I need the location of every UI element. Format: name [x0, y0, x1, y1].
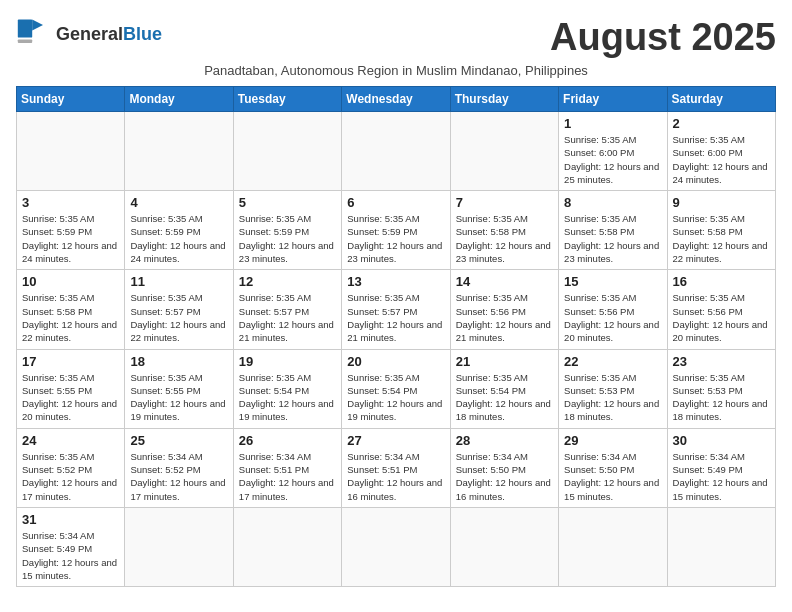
calendar-week-5: 24Sunrise: 5:35 AM Sunset: 5:52 PM Dayli…	[17, 428, 776, 507]
weekday-header-thursday: Thursday	[450, 87, 558, 112]
day-info: Sunrise: 5:35 AM Sunset: 5:59 PM Dayligh…	[239, 212, 336, 265]
month-title: August 2025	[550, 16, 776, 59]
calendar-cell: 15Sunrise: 5:35 AM Sunset: 5:56 PM Dayli…	[559, 270, 667, 349]
weekday-header-friday: Friday	[559, 87, 667, 112]
day-info: Sunrise: 5:35 AM Sunset: 5:56 PM Dayligh…	[564, 291, 661, 344]
day-info: Sunrise: 5:35 AM Sunset: 5:58 PM Dayligh…	[22, 291, 119, 344]
calendar-week-2: 3Sunrise: 5:35 AM Sunset: 5:59 PM Daylig…	[17, 191, 776, 270]
weekday-header-tuesday: Tuesday	[233, 87, 341, 112]
calendar-cell: 21Sunrise: 5:35 AM Sunset: 5:54 PM Dayli…	[450, 349, 558, 428]
day-number: 17	[22, 354, 119, 369]
calendar-cell: 18Sunrise: 5:35 AM Sunset: 5:55 PM Dayli…	[125, 349, 233, 428]
day-info: Sunrise: 5:34 AM Sunset: 5:51 PM Dayligh…	[347, 450, 444, 503]
day-number: 27	[347, 433, 444, 448]
calendar-cell: 7Sunrise: 5:35 AM Sunset: 5:58 PM Daylig…	[450, 191, 558, 270]
calendar-cell: 23Sunrise: 5:35 AM Sunset: 5:53 PM Dayli…	[667, 349, 775, 428]
calendar-cell	[667, 507, 775, 586]
day-number: 22	[564, 354, 661, 369]
day-number: 31	[22, 512, 119, 527]
day-number: 16	[673, 274, 770, 289]
calendar-cell: 1Sunrise: 5:35 AM Sunset: 6:00 PM Daylig…	[559, 112, 667, 191]
day-number: 29	[564, 433, 661, 448]
day-info: Sunrise: 5:35 AM Sunset: 5:55 PM Dayligh…	[130, 371, 227, 424]
calendar-cell: 14Sunrise: 5:35 AM Sunset: 5:56 PM Dayli…	[450, 270, 558, 349]
calendar-cell: 27Sunrise: 5:34 AM Sunset: 5:51 PM Dayli…	[342, 428, 450, 507]
calendar-cell: 17Sunrise: 5:35 AM Sunset: 5:55 PM Dayli…	[17, 349, 125, 428]
calendar-cell: 26Sunrise: 5:34 AM Sunset: 5:51 PM Dayli…	[233, 428, 341, 507]
logo-text: GeneralBlue	[56, 25, 162, 43]
day-info: Sunrise: 5:34 AM Sunset: 5:49 PM Dayligh…	[673, 450, 770, 503]
day-number: 30	[673, 433, 770, 448]
day-number: 5	[239, 195, 336, 210]
day-info: Sunrise: 5:35 AM Sunset: 5:57 PM Dayligh…	[130, 291, 227, 344]
day-number: 14	[456, 274, 553, 289]
calendar-week-4: 17Sunrise: 5:35 AM Sunset: 5:55 PM Dayli…	[17, 349, 776, 428]
calendar-cell	[125, 507, 233, 586]
calendar-cell: 12Sunrise: 5:35 AM Sunset: 5:57 PM Dayli…	[233, 270, 341, 349]
day-info: Sunrise: 5:35 AM Sunset: 5:58 PM Dayligh…	[673, 212, 770, 265]
calendar-cell: 29Sunrise: 5:34 AM Sunset: 5:50 PM Dayli…	[559, 428, 667, 507]
svg-marker-1	[32, 20, 43, 31]
calendar-cell	[17, 112, 125, 191]
day-number: 8	[564, 195, 661, 210]
day-info: Sunrise: 5:35 AM Sunset: 6:00 PM Dayligh…	[564, 133, 661, 186]
weekday-header-monday: Monday	[125, 87, 233, 112]
calendar-cell	[233, 112, 341, 191]
day-info: Sunrise: 5:35 AM Sunset: 5:54 PM Dayligh…	[239, 371, 336, 424]
calendar-cell: 20Sunrise: 5:35 AM Sunset: 5:54 PM Dayli…	[342, 349, 450, 428]
calendar-cell: 22Sunrise: 5:35 AM Sunset: 5:53 PM Dayli…	[559, 349, 667, 428]
calendar-week-3: 10Sunrise: 5:35 AM Sunset: 5:58 PM Dayli…	[17, 270, 776, 349]
day-info: Sunrise: 5:35 AM Sunset: 5:58 PM Dayligh…	[456, 212, 553, 265]
calendar-cell	[125, 112, 233, 191]
day-info: Sunrise: 5:34 AM Sunset: 5:52 PM Dayligh…	[130, 450, 227, 503]
calendar-cell	[342, 507, 450, 586]
day-number: 23	[673, 354, 770, 369]
day-number: 25	[130, 433, 227, 448]
day-info: Sunrise: 5:35 AM Sunset: 5:59 PM Dayligh…	[22, 212, 119, 265]
calendar-cell: 8Sunrise: 5:35 AM Sunset: 5:58 PM Daylig…	[559, 191, 667, 270]
generalblue-logo-icon	[16, 16, 52, 52]
day-number: 10	[22, 274, 119, 289]
calendar-cell: 5Sunrise: 5:35 AM Sunset: 5:59 PM Daylig…	[233, 191, 341, 270]
calendar-header: SundayMondayTuesdayWednesdayThursdayFrid…	[17, 87, 776, 112]
day-number: 28	[456, 433, 553, 448]
calendar-cell: 4Sunrise: 5:35 AM Sunset: 5:59 PM Daylig…	[125, 191, 233, 270]
day-number: 9	[673, 195, 770, 210]
day-info: Sunrise: 5:35 AM Sunset: 5:52 PM Dayligh…	[22, 450, 119, 503]
calendar-cell: 28Sunrise: 5:34 AM Sunset: 5:50 PM Dayli…	[450, 428, 558, 507]
calendar-cell: 10Sunrise: 5:35 AM Sunset: 5:58 PM Dayli…	[17, 270, 125, 349]
day-info: Sunrise: 5:35 AM Sunset: 5:57 PM Dayligh…	[239, 291, 336, 344]
day-number: 4	[130, 195, 227, 210]
day-info: Sunrise: 5:35 AM Sunset: 5:59 PM Dayligh…	[347, 212, 444, 265]
day-info: Sunrise: 5:35 AM Sunset: 5:59 PM Dayligh…	[130, 212, 227, 265]
day-number: 11	[130, 274, 227, 289]
calendar-cell	[559, 507, 667, 586]
calendar-subtitle: Panadtaban, Autonomous Region in Muslim …	[16, 63, 776, 78]
day-number: 24	[22, 433, 119, 448]
calendar-cell: 13Sunrise: 5:35 AM Sunset: 5:57 PM Dayli…	[342, 270, 450, 349]
weekday-header-wednesday: Wednesday	[342, 87, 450, 112]
calendar-week-6: 31Sunrise: 5:34 AM Sunset: 5:49 PM Dayli…	[17, 507, 776, 586]
day-info: Sunrise: 5:35 AM Sunset: 5:55 PM Dayligh…	[22, 371, 119, 424]
day-info: Sunrise: 5:35 AM Sunset: 5:54 PM Dayligh…	[347, 371, 444, 424]
day-info: Sunrise: 5:34 AM Sunset: 5:49 PM Dayligh…	[22, 529, 119, 582]
calendar-cell	[233, 507, 341, 586]
day-number: 19	[239, 354, 336, 369]
day-info: Sunrise: 5:35 AM Sunset: 5:53 PM Dayligh…	[673, 371, 770, 424]
weekday-header-sunday: Sunday	[17, 87, 125, 112]
calendar-cell: 16Sunrise: 5:35 AM Sunset: 5:56 PM Dayli…	[667, 270, 775, 349]
svg-rect-2	[18, 39, 32, 43]
calendar-cell: 11Sunrise: 5:35 AM Sunset: 5:57 PM Dayli…	[125, 270, 233, 349]
calendar-week-1: 1Sunrise: 5:35 AM Sunset: 6:00 PM Daylig…	[17, 112, 776, 191]
day-number: 3	[22, 195, 119, 210]
calendar-cell: 25Sunrise: 5:34 AM Sunset: 5:52 PM Dayli…	[125, 428, 233, 507]
calendar-cell: 31Sunrise: 5:34 AM Sunset: 5:49 PM Dayli…	[17, 507, 125, 586]
day-info: Sunrise: 5:35 AM Sunset: 5:53 PM Dayligh…	[564, 371, 661, 424]
day-info: Sunrise: 5:34 AM Sunset: 5:50 PM Dayligh…	[456, 450, 553, 503]
calendar-cell	[450, 112, 558, 191]
day-number: 6	[347, 195, 444, 210]
calendar-cell	[450, 507, 558, 586]
day-info: Sunrise: 5:35 AM Sunset: 5:56 PM Dayligh…	[673, 291, 770, 344]
calendar-cell: 19Sunrise: 5:35 AM Sunset: 5:54 PM Dayli…	[233, 349, 341, 428]
weekday-header-row: SundayMondayTuesdayWednesdayThursdayFrid…	[17, 87, 776, 112]
